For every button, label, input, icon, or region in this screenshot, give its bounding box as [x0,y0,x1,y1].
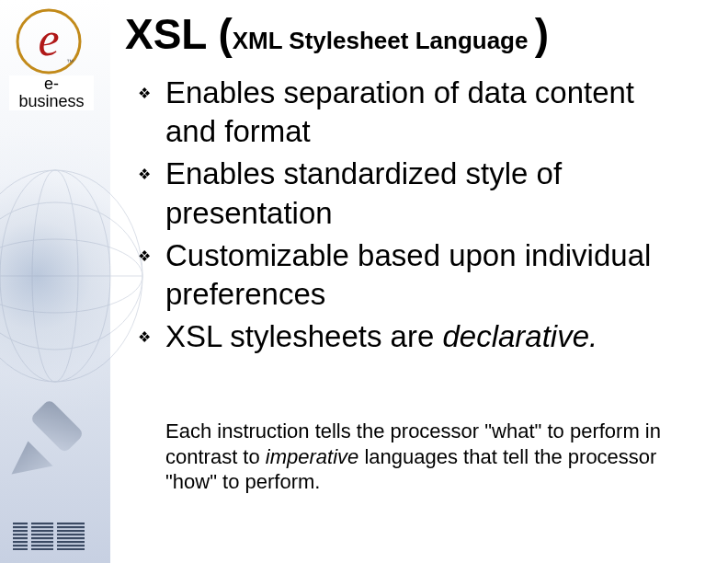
svg-rect-15 [13,548,85,550]
bullet-list: ❖ Enables separation of data content and… [138,74,689,361]
svg-rect-16 [28,523,31,550]
ebusiness-caption-line1: e- [44,75,59,93]
slide: e ™ e- business XSL (XML Stylesheet Lang… [0,0,728,563]
bullet-marker-icon: ❖ [138,85,165,102]
ebusiness-caption: e- business [9,75,94,110]
bullet-item: ❖ Enables standardized style of presenta… [138,155,689,232]
svg-marker-6 [12,442,53,475]
bullet-text: Enables separation of data content and f… [165,74,689,151]
title-main: XSL ( [125,10,233,58]
explanatory-paragraph: Each instruction tells the processor "wh… [165,419,676,495]
bullet-text: XSL stylesheets are declarative. [165,317,597,356]
bullet-marker-icon: ❖ [138,328,165,346]
ebusiness-caption-line2: business [18,92,84,110]
bullet-marker-icon: ❖ [138,247,165,265]
slide-title: XSL (XML Stylesheet Language ) [125,9,549,59]
svg-text:™: ™ [66,58,74,66]
bullet-marker-icon: ❖ [138,166,165,183]
title-sub: XML Stylesheet Language [233,27,535,54]
svg-rect-10 [13,530,85,532]
pen-icon [7,396,90,478]
ibm-logo-icon [13,523,85,550]
svg-rect-17 [53,523,57,550]
svg-rect-9 [13,526,85,528]
bullet-text: Enables standardized style of presentati… [165,155,689,232]
bullet-text: Customizable based upon individual prefe… [165,236,689,314]
svg-rect-14 [13,545,85,546]
svg-rect-12 [13,537,85,539]
svg-rect-7 [29,398,85,454]
bullet-item: ❖ XSL stylesheets are declarative. [138,317,689,356]
svg-text:e: e [38,13,59,65]
svg-rect-8 [13,523,85,524]
title-close: ) [535,10,549,58]
ebusiness-logo-icon: e ™ [15,7,83,75]
bullet-item: ❖ Enables separation of data content and… [138,74,689,151]
svg-rect-13 [13,541,85,543]
svg-rect-11 [13,534,85,535]
bullet-item: ❖ Customizable based upon individual pre… [138,236,689,314]
globe-icon [0,166,147,386]
